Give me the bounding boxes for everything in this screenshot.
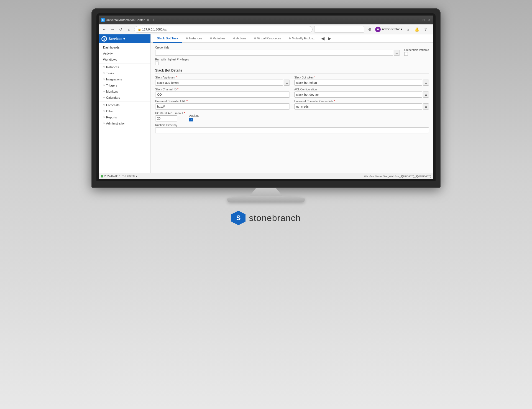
uc-credentials-required: * <box>334 100 335 103</box>
help-icon-btn[interactable]: ? <box>422 26 429 33</box>
activity-label: Activity <box>103 52 113 55</box>
home-icon-btn[interactable]: ⌂ <box>405 26 411 33</box>
runtime-directory-input[interactable] <box>155 127 429 133</box>
reports-arrow: ∨ <box>103 116 105 119</box>
back-btn[interactable]: ← <box>101 26 108 33</box>
sidebar-item-reports[interactable]: ∨ Reports <box>99 114 150 120</box>
slack-app-token-field: Slack App token * slack-app-token ☰ <box>155 76 290 86</box>
runtime-directory-label: Runtime Directory <box>155 124 429 127</box>
auditing-checkbox[interactable]: ✓ <box>189 118 193 121</box>
tab-mutually-excl[interactable]: Mutually Exclus... <box>285 34 319 43</box>
tab-actions-dot <box>233 37 235 39</box>
sidebar-item-dashboards[interactable]: Dashboards <box>99 44 150 50</box>
uc-timeout-field: UC REST API Timeout * <box>155 112 185 121</box>
browser-window: S Universal Automation Center × + ─ □ ✕ … <box>99 16 433 179</box>
monitor-bezel: S Universal Automation Center × + ─ □ ✕ … <box>96 13 436 181</box>
credentials-variable-field: Credentials Variable <box>404 49 429 56</box>
minimize-btn[interactable]: ─ <box>416 18 420 22</box>
credentials-variable-checkbox[interactable] <box>404 52 408 56</box>
restore-btn[interactable]: □ <box>422 18 426 22</box>
home-btn[interactable]: ⌂ <box>126 26 132 33</box>
tab-close-btn[interactable]: × <box>147 18 149 22</box>
uc-url-label: Universal Controller URL * <box>155 100 290 103</box>
forward-btn[interactable]: → <box>109 26 116 33</box>
acl-configuration-browse-btn[interactable]: ☰ <box>423 92 429 98</box>
sidebar-item-workflows[interactable]: Workflows <box>99 57 150 63</box>
gear-settings-btn[interactable]: ⚙ <box>366 26 373 33</box>
tab-next-btn[interactable]: ▶ <box>326 36 333 41</box>
slack-channel-id-field: Slack Channel ID * <box>155 88 290 98</box>
sidebar-item-activity[interactable]: Activity <box>99 50 150 57</box>
slack-app-token-browse-btn[interactable]: ☰ <box>284 80 290 86</box>
credentials-select[interactable] <box>155 50 393 56</box>
credentials-select-wrapper: ☰ <box>155 50 400 56</box>
refresh-btn[interactable]: ↺ <box>117 26 124 33</box>
uc-credentials-select[interactable]: uc_creds <box>294 103 422 110</box>
new-tab-btn[interactable]: + <box>152 17 154 22</box>
app-search-input[interactable] <box>314 26 364 33</box>
window-controls: ─ □ ✕ <box>416 18 431 22</box>
monitors-arrow: ∨ <box>103 90 105 93</box>
slack-app-token-select[interactable]: slack-app-token <box>155 80 283 86</box>
auditing-label: Auditing <box>189 114 199 117</box>
uc-timeout-label: UC REST API Timeout * <box>155 112 185 115</box>
workflows-label: Workflows <box>103 58 117 61</box>
run-privileges-checkbox[interactable] <box>155 62 159 65</box>
tab-virtual-resources[interactable]: Virtual Resources <box>250 34 285 43</box>
run-privileges-checkbox-wrapper <box>155 62 189 65</box>
run-privileges-label: Run with Highest Privileges <box>155 58 189 61</box>
sidebar-item-other[interactable]: ∨ Other <box>99 108 150 114</box>
close-btn[interactable]: ✕ <box>427 18 431 22</box>
uc-url-input[interactable] <box>155 103 290 110</box>
tab-actions[interactable]: Actions <box>229 34 250 43</box>
sidebar-item-monitors[interactable]: ∨ Monitors <box>99 88 150 95</box>
sidebar-item-forecasts[interactable]: ∨ Forecasts <box>99 102 150 108</box>
slack-bot-token-select[interactable]: slack-bot-token <box>294 80 422 86</box>
other-arrow: ∨ <box>103 110 105 113</box>
app-container: S Services ▾ Dashboards Activity <box>99 34 433 173</box>
timeout-auditing-row: UC REST API Timeout * Auditing ✓ <box>155 112 429 121</box>
tab-virtual-resources-label: Virtual Resources <box>257 37 281 40</box>
uc-url-required: * <box>186 100 188 103</box>
uc-timeout-input[interactable] <box>155 115 177 121</box>
admin-menu[interactable]: A Administrator ▾ <box>375 27 402 32</box>
sidebar-item-triggers[interactable]: ∨ Triggers <box>99 82 150 88</box>
slack-bot-token-label: Slack Bot token * <box>294 76 429 79</box>
tab-prev-btn[interactable]: ◀ <box>319 36 326 41</box>
brand-name: stonebranch <box>249 213 301 223</box>
uc-credentials-browse-btn[interactable]: ☰ <box>423 103 429 110</box>
channel-acl-row: Slack Channel ID * ACL Configuration <box>155 88 429 98</box>
status-bar-left: 2022-07-06 15:59 +0200 ▾ <box>101 175 137 178</box>
alert-icon-btn[interactable]: 🔔 <box>413 26 420 33</box>
integrations-arrow: ∨ <box>103 78 105 81</box>
sidebar-item-tasks[interactable]: ∨ Tasks <box>99 70 150 76</box>
sidebar-service-label[interactable]: Services ▾ <box>109 37 125 41</box>
monitor-base <box>227 196 305 202</box>
sidebar-item-administration[interactable]: ∨ Administration <box>99 120 150 126</box>
slack-channel-id-input[interactable] <box>155 92 290 98</box>
address-bar[interactable]: 🔒 127.0.0.1:8080/uc/ <box>134 26 313 33</box>
tab-instances[interactable]: Instances <box>182 34 206 43</box>
browser-tab-title: Universal Automation Center <box>106 18 145 22</box>
tab-variables[interactable]: Variables <box>206 34 229 43</box>
nav-divider-2 <box>99 101 150 101</box>
tab-instances-label: Instances <box>189 37 202 40</box>
tab-slack-bot-task[interactable]: Slack Bot Task <box>153 34 182 43</box>
sidebar: S Services ▾ Dashboards Activity <box>99 34 151 173</box>
uc-credentials-label: Universal Controller Credentials * <box>294 100 429 103</box>
uc-credentials-wrapper: uc_creds ☰ <box>294 103 429 110</box>
credentials-row: Credentials ☰ Credentials <box>155 46 429 56</box>
sidebar-item-integrations[interactable]: ∨ Integrations <box>99 76 150 82</box>
acl-configuration-select[interactable]: slack-bot-dev-acl <box>294 92 422 98</box>
sidebar-item-calendars[interactable]: ∨ Calendars <box>99 95 150 101</box>
sidebar-item-instances[interactable]: ∨ Instances <box>99 64 150 70</box>
slack-bot-token-wrapper: slack-bot-token ☰ <box>294 80 429 86</box>
credentials-browse-btn[interactable]: ☰ <box>394 50 400 56</box>
credentials-variable-checkbox-wrapper <box>404 52 429 56</box>
status-dropdown-arrow[interactable]: ▾ <box>136 175 137 178</box>
slack-bot-token-browse-btn[interactable]: ☰ <box>423 80 429 86</box>
status-bar-right: Workflow Name: Test_Workflow_${TRIDATE}_… <box>364 175 431 178</box>
admin-label: Administrator ▾ <box>382 27 402 31</box>
tab-slack-bot-task-label: Slack Bot Task <box>157 37 178 40</box>
credentials-label: Credentials <box>155 46 400 49</box>
